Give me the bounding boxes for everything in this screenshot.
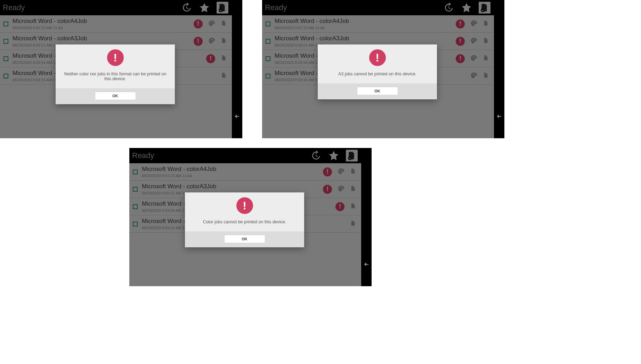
job-row[interactable]: Microsoft Word - colorA4Job 08/20/2020 9…: [129, 163, 361, 181]
alert-icon: !: [456, 19, 465, 28]
document-icon: [221, 37, 227, 46]
panel-2: Ready Microsoft Word - colorA4Job 08/20/…: [262, 0, 504, 138]
palette-icon: [470, 20, 477, 28]
checkbox[interactable]: [3, 74, 8, 78]
document-icon: [483, 55, 489, 63]
alert-icon: !: [194, 19, 203, 28]
alert-icon: !: [335, 202, 344, 211]
document-icon: [221, 20, 227, 28]
document-icon: [350, 202, 356, 211]
document-check-icon[interactable]: [217, 2, 228, 14]
palette-icon: [470, 55, 477, 63]
nav-sidebar: [361, 148, 372, 286]
nav-sidebar: [494, 0, 504, 138]
topbar: Ready: [129, 148, 361, 163]
error-dialog: ! Color jobs cannot be printed on this d…: [185, 192, 304, 247]
checkbox[interactable]: [133, 169, 138, 174]
error-dialog: ! Neither color nor jobs in this format …: [56, 44, 175, 104]
dialog-message: Color jobs cannot be printed on this dev…: [201, 220, 289, 226]
job-title: Microsoft Word - colorA4Job: [275, 18, 456, 25]
checkbox[interactable]: [266, 39, 270, 44]
back-icon[interactable]: [363, 261, 370, 269]
alert-icon: !: [456, 37, 465, 46]
checkbox[interactable]: [266, 56, 270, 61]
home-icon[interactable]: [496, 65, 502, 73]
job-title: Microsoft Word - colorA3Job: [13, 35, 194, 42]
checkbox[interactable]: [3, 39, 8, 44]
palette-icon: [470, 37, 477, 46]
alert-icon: !: [323, 167, 332, 176]
checkbox[interactable]: [133, 204, 138, 209]
job-title: Microsoft Word - colorA3Job: [142, 183, 323, 190]
back-icon[interactable]: [234, 113, 240, 121]
document-icon: [483, 37, 489, 46]
ok-button[interactable]: OK: [357, 87, 398, 95]
grid-icon[interactable]: [292, 150, 303, 162]
status-text: Ready: [3, 3, 162, 12]
panel-3: Ready Microsoft Word - colorA4Job 08/20/…: [129, 148, 372, 286]
palette-icon: [338, 168, 344, 176]
nav-sidebar: [232, 0, 242, 138]
home-icon[interactable]: [363, 213, 370, 221]
job-meta: 08/20/2020 9:01:23 AM 1x A4: [13, 26, 194, 30]
panel-1: Ready Microsoft Word - colorA4Job 08/20/…: [0, 0, 242, 138]
dialog-message: Neither color nor jobs in this format ca…: [60, 72, 171, 83]
checkbox[interactable]: [3, 22, 8, 26]
alert-icon: !: [206, 54, 215, 63]
alert-icon: !: [194, 37, 203, 46]
checkbox[interactable]: [266, 74, 270, 78]
document-icon: [483, 72, 489, 80]
checkbox[interactable]: [3, 56, 8, 61]
document-icon: [483, 20, 489, 28]
ok-button[interactable]: OK: [95, 92, 136, 100]
job-title: Microsoft Word - colorA4Job: [142, 166, 323, 173]
palette-icon: [338, 185, 344, 193]
history-icon[interactable]: [310, 150, 322, 162]
job-meta: 08/20/2020 9:01:23 AM 1x A4: [142, 174, 323, 178]
user-icon[interactable]: [363, 165, 370, 173]
user-icon[interactable]: [234, 17, 240, 25]
user-icon[interactable]: [496, 17, 502, 25]
home-icon[interactable]: [234, 65, 240, 73]
palette-icon: [208, 37, 215, 46]
dialog-alert-icon: !: [369, 49, 386, 66]
star-icon[interactable]: [328, 150, 340, 162]
status-text: Ready: [265, 3, 424, 12]
history-icon[interactable]: [443, 2, 454, 14]
back-icon[interactable]: [496, 113, 502, 121]
document-icon: [350, 168, 356, 176]
job-title: Microsoft Word - colorA4Job: [13, 18, 194, 25]
checkbox[interactable]: [266, 22, 270, 26]
alert-icon: !: [456, 54, 465, 63]
error-dialog: ! A3 jobs cannot be printed on this devi…: [318, 44, 437, 99]
job-title: Microsoft Word - colorA3Job: [275, 35, 456, 42]
topbar: Ready: [0, 0, 232, 15]
dialog-alert-icon: !: [236, 197, 253, 214]
document-icon: [221, 72, 227, 80]
document-icon: [350, 185, 356, 193]
checkbox[interactable]: [133, 222, 138, 226]
topbar: Ready: [262, 0, 494, 15]
grid-icon[interactable]: [424, 2, 436, 14]
dialog-alert-icon: !: [107, 49, 124, 66]
star-icon[interactable]: [461, 2, 472, 14]
job-row[interactable]: Microsoft Word - colorA4Job 08/20/2020 9…: [0, 15, 232, 33]
document-check-icon[interactable]: [346, 150, 358, 162]
document-check-icon[interactable]: [479, 2, 490, 14]
status-text: Ready: [132, 151, 292, 160]
star-icon[interactable]: [198, 2, 210, 14]
checkbox[interactable]: [133, 187, 138, 192]
palette-icon: [470, 72, 477, 80]
job-meta: 08/20/2020 9:01:23 AM 1x A4: [275, 26, 456, 30]
dialog-message: A3 jobs cannot be printed on this device…: [336, 72, 419, 78]
grid-icon[interactable]: [162, 2, 174, 14]
alert-icon: !: [323, 185, 332, 194]
ok-button[interactable]: OK: [224, 235, 265, 243]
document-icon: [350, 220, 356, 228]
palette-icon: [208, 20, 215, 28]
document-icon: [221, 55, 227, 63]
history-icon[interactable]: [180, 2, 192, 14]
job-row[interactable]: Microsoft Word - colorA4Job 08/20/2020 9…: [262, 15, 494, 33]
